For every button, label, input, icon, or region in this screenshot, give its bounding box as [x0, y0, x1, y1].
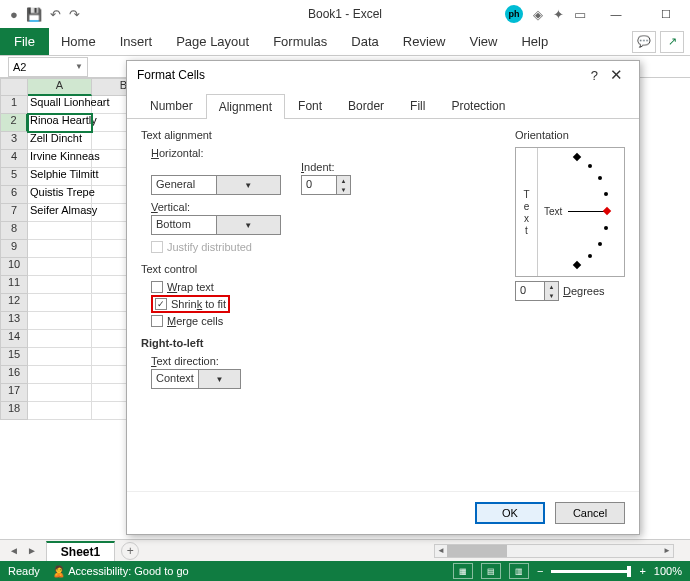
diamond-icon[interactable]: ◈ — [533, 7, 543, 22]
row-header[interactable]: 2 — [0, 114, 28, 132]
dlg-tab-number[interactable]: Number — [137, 93, 206, 118]
ribbon-options-icon[interactable]: ▭ — [574, 7, 586, 22]
cell[interactable] — [28, 258, 92, 276]
deg-down[interactable]: ▼ — [545, 291, 558, 300]
tab-review[interactable]: Review — [391, 28, 458, 55]
sheet-tab-sheet1[interactable]: Sheet1 — [46, 541, 115, 561]
cell[interactable] — [28, 276, 92, 294]
cell[interactable] — [28, 312, 92, 330]
sheet-nav-prev[interactable]: ◄ — [6, 545, 22, 556]
name-box[interactable]: A2 ▼ — [8, 57, 88, 77]
share-button[interactable]: ↗ — [660, 31, 684, 53]
autosave-toggle[interactable]: ● — [10, 7, 18, 22]
normal-view-button[interactable]: ▦ — [453, 563, 473, 579]
deg-up[interactable]: ▲ — [545, 282, 558, 291]
page-break-view-button[interactable]: ▥ — [509, 563, 529, 579]
shrink-to-fit-checkbox[interactable]: ✓ — [155, 298, 167, 310]
zoom-out-button[interactable]: − — [537, 565, 543, 577]
cell[interactable]: Selphie Tilmitt — [28, 168, 92, 186]
horizontal-combo[interactable]: General ▼ — [151, 175, 281, 195]
dialog-close-button[interactable]: ✕ — [604, 66, 629, 84]
row-header[interactable]: 10 — [0, 258, 28, 276]
save-icon[interactable]: 💾 — [26, 7, 42, 22]
cell[interactable] — [28, 348, 92, 366]
cell[interactable] — [28, 366, 92, 384]
tab-insert[interactable]: Insert — [108, 28, 165, 55]
row-header[interactable]: 4 — [0, 150, 28, 168]
row-header[interactable]: 18 — [0, 402, 28, 420]
row-header[interactable]: 9 — [0, 240, 28, 258]
row-header[interactable]: 8 — [0, 222, 28, 240]
zoom-in-button[interactable]: + — [639, 565, 645, 577]
cell[interactable] — [28, 222, 92, 240]
sheet-nav-next[interactable]: ► — [24, 545, 40, 556]
row-header[interactable]: 6 — [0, 186, 28, 204]
minimize-button[interactable]: — — [596, 0, 636, 28]
row-header[interactable]: 11 — [0, 276, 28, 294]
zoom-slider[interactable] — [551, 570, 631, 573]
scroll-thumb[interactable] — [447, 545, 507, 557]
cell[interactable] — [28, 330, 92, 348]
cell[interactable] — [28, 384, 92, 402]
row-header[interactable]: 13 — [0, 312, 28, 330]
redo-icon[interactable]: ↷ — [69, 7, 80, 22]
cell[interactable] — [28, 402, 92, 420]
merge-cells-checkbox[interactable] — [151, 315, 163, 327]
zoom-level[interactable]: 100% — [654, 565, 682, 577]
row-header[interactable]: 17 — [0, 384, 28, 402]
ok-button[interactable]: OK — [475, 502, 545, 524]
row-header[interactable]: 12 — [0, 294, 28, 312]
wand-icon[interactable]: ✦ — [553, 7, 564, 22]
row-header[interactable]: 16 — [0, 366, 28, 384]
comments-button[interactable]: 💬 — [632, 31, 656, 53]
col-header-a[interactable]: A — [28, 78, 92, 96]
cell[interactable]: Irvine Kinneas — [28, 150, 92, 168]
cell[interactable]: Squall Lionheart — [28, 96, 92, 114]
text-direction-combo[interactable]: Context ▼ — [151, 369, 241, 389]
indent-down[interactable]: ▼ — [337, 185, 350, 194]
select-all-corner[interactable] — [0, 78, 28, 96]
tab-view[interactable]: View — [457, 28, 509, 55]
cancel-button[interactable]: Cancel — [555, 502, 625, 524]
horizontal-scrollbar[interactable]: ◄ ► — [434, 544, 674, 558]
indent-up[interactable]: ▲ — [337, 176, 350, 185]
cell[interactable]: Seifer Almasy — [28, 204, 92, 222]
cell[interactable] — [28, 240, 92, 258]
row-header[interactable]: 7 — [0, 204, 28, 222]
orientation-dial[interactable]: Text — [538, 148, 624, 276]
undo-icon[interactable]: ↶ — [50, 7, 61, 22]
zoom-thumb[interactable] — [627, 566, 631, 577]
cell[interactable] — [28, 294, 92, 312]
tab-page-layout[interactable]: Page Layout — [164, 28, 261, 55]
dlg-tab-alignment[interactable]: Alignment — [206, 94, 285, 119]
row-header[interactable]: 3 — [0, 132, 28, 150]
account-badge[interactable]: ph — [505, 5, 523, 23]
row-header[interactable]: 5 — [0, 168, 28, 186]
row-header[interactable]: 1 — [0, 96, 28, 114]
scroll-left-arrow[interactable]: ◄ — [435, 545, 447, 557]
degrees-spinner[interactable]: 0 ▲▼ — [515, 281, 559, 301]
vertical-combo[interactable]: Bottom ▼ — [151, 215, 281, 235]
orientation-vertical-text[interactable]: Text — [516, 148, 538, 276]
dialog-help-button[interactable]: ? — [585, 68, 604, 83]
tab-home[interactable]: Home — [49, 28, 108, 55]
cell[interactable]: Zell Dincht — [28, 132, 92, 150]
accessibility-status[interactable]: 🙎 Accessibility: Good to go — [52, 565, 189, 578]
orientation-control[interactable]: Text Text — [515, 147, 625, 277]
dlg-tab-font[interactable]: Font — [285, 93, 335, 118]
tab-data[interactable]: Data — [339, 28, 390, 55]
cell[interactable]: Quistis Trepe — [28, 186, 92, 204]
wrap-text-checkbox[interactable] — [151, 281, 163, 293]
dlg-tab-border[interactable]: Border — [335, 93, 397, 118]
tab-file[interactable]: File — [0, 28, 49, 55]
cell[interactable]: Rinoa Heartly — [28, 114, 92, 132]
dlg-tab-protection[interactable]: Protection — [438, 93, 518, 118]
dlg-tab-fill[interactable]: Fill — [397, 93, 438, 118]
maximize-button[interactable]: ☐ — [646, 0, 686, 28]
tab-formulas[interactable]: Formulas — [261, 28, 339, 55]
scroll-right-arrow[interactable]: ► — [661, 545, 673, 557]
tab-help[interactable]: Help — [509, 28, 560, 55]
row-header[interactable]: 15 — [0, 348, 28, 366]
row-header[interactable]: 14 — [0, 330, 28, 348]
indent-spinner[interactable]: 0 ▲▼ — [301, 175, 351, 195]
